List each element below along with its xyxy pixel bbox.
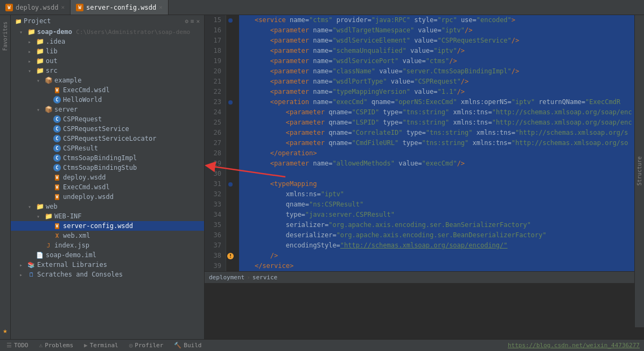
gutter-17 [226, 36, 235, 46]
CtmsSoapBindingImpl-icon: C [53, 154, 61, 162]
sidebar-collapse-icon[interactable]: ≡ [191, 18, 194, 25]
problems-icon: ⚠ [39, 342, 43, 349]
code-line-27: <parameter qname="CmdFileURL" type="tns:… [239, 138, 644, 148]
tab-deploy[interactable]: W deploy.wsdd ✕ [0, 0, 71, 15]
code-line-17: <parameter name="wsdlServiceElement" val… [239, 36, 644, 46]
tree-item-CSPRequest[interactable]: C CSPRequest [11, 114, 204, 124]
status-problems[interactable]: ⚠ Problems [37, 342, 76, 349]
tree-item-deploy-wsdd[interactable]: W deploy.wsdd [11, 173, 204, 182]
gutter-29 [226, 159, 235, 169]
tree-item-undeploy[interactable]: W undeploy.wsdd [11, 192, 204, 202]
breadcrumb-service[interactable]: service [253, 274, 277, 281]
code-line-35: serializer="org.apache.axis.encoding.ser… [239, 220, 644, 230]
tab-deploy-close[interactable]: ✕ [61, 4, 65, 11]
code-line-34: type="java:server.CSPResult" [239, 210, 644, 220]
breadcrumb-deployment[interactable]: deployment [209, 274, 244, 281]
ExecCmd-wsdl-label: ExecCmd.wsdl [63, 86, 110, 94]
soap-demo-label: soap-demo C:\Users\Administrator\soap-de… [37, 28, 190, 36]
tree-item-ext-libraries[interactable]: ▸ 📚 External Libraries [11, 260, 204, 270]
tree-item-soap-iml[interactable]: 📄 soap-demo.iml [11, 250, 204, 260]
gutter-19 [226, 56, 235, 66]
expand-ext[interactable]: ▸ [19, 262, 27, 268]
tab-server-config-close[interactable]: ✕ [159, 4, 163, 11]
status-todo[interactable]: ☰ TODO [4, 342, 31, 349]
line-numbers: 15 16 17 18 19 20 21 22 23 24 25 26 27 2… [205, 15, 226, 271]
tree-item-server[interactable]: ▾ 📦 server [11, 105, 204, 114]
code-line-19: <parameter name="wsdlServicePort" value=… [239, 56, 644, 66]
server-config-wsdd-icon: W [76, 4, 83, 11]
server-package-icon: 📦 [44, 105, 53, 114]
expand-out[interactable]: ▸ [28, 58, 36, 64]
deploy-wsdd-icon: W [5, 4, 13, 11]
favorites-bar[interactable]: Favorites ★ [0, 15, 11, 339]
ext-libraries-icon: 📚 [27, 260, 36, 269]
tree-item-out[interactable]: ▸ 📁 out [11, 56, 204, 66]
expand-WEB-INF[interactable]: ▾ [37, 214, 44, 219]
tree-item-idea[interactable]: ▸ 📁 .idea [11, 37, 204, 46]
undeploy-icon: W [53, 192, 61, 201]
tree-item-scratches[interactable]: ▸ 🗒 Scratches and Consoles [11, 270, 204, 279]
status-terminal[interactable]: ▶ Terminal [82, 342, 121, 349]
tree-item-server-config-wsdd[interactable]: W server-config.wsdd [11, 221, 204, 231]
soap-iml-label: soap-demo.iml [46, 251, 96, 259]
status-profiler[interactable]: ◎ Profiler [127, 342, 166, 349]
status-build[interactable]: 🔨 Build [172, 342, 204, 349]
sidebar-settings-icon[interactable]: ⚙ [185, 18, 188, 25]
src-folder-icon: 📁 [36, 66, 44, 75]
tree-item-CtmsSoapBindingStub[interactable]: C CtmsSoapBindingStub [11, 163, 204, 173]
profiler-icon: ◎ [129, 342, 133, 349]
code-content[interactable]: <service name="ctms" provider="java:RPC"… [235, 15, 644, 271]
web-label: web [46, 203, 58, 210]
todo-label: TODO [14, 342, 29, 349]
tree-item-CSPResult[interactable]: C CSPResult [11, 143, 204, 153]
expand-scratches[interactable]: ▸ [19, 272, 27, 278]
CSPResult-label: CSPResult [63, 144, 98, 152]
status-url[interactable]: https://blog.csdn.net/weixin_44736277 [508, 342, 640, 349]
tree-item-CSPRequestService[interactable]: C CSPRequestService [11, 124, 204, 134]
tree-item-soap-demo[interactable]: ▾ 📁 soap-demo C:\Users\Administrator\soa… [11, 27, 204, 37]
gutter-28 [226, 148, 235, 159]
lib-label: lib [46, 47, 58, 55]
tree-item-example[interactable]: ▾ 📦 example [11, 75, 204, 85]
expand-lib[interactable]: ▸ [28, 49, 36, 54]
editor-wrapper: 15 16 17 18 19 20 21 22 23 24 25 26 27 2… [205, 15, 644, 339]
sidebar-close-icon[interactable]: ✕ [196, 18, 200, 25]
gutter-26 [226, 128, 235, 138]
HelloWorld-icon: C [53, 95, 61, 104]
ext-libraries-label: External Libraries [37, 261, 107, 269]
expand-server[interactable]: ▾ [37, 107, 44, 113]
code-area[interactable]: 15 16 17 18 19 20 21 22 23 24 25 26 27 2… [205, 15, 644, 271]
expand-web[interactable]: ▾ [28, 204, 36, 210]
out-label: out [46, 57, 58, 65]
gutter-dot-23 [228, 100, 233, 105]
structure-sidebar[interactable]: Structure [634, 15, 644, 327]
WEB-INF-label: WEB-INF [54, 212, 82, 220]
tree-item-WEB-INF[interactable]: ▾ 📁 WEB-INF [11, 211, 204, 221]
gutter-39 [226, 261, 235, 271]
CSPRequestService-icon: C [53, 125, 61, 133]
expand-idea[interactable]: ▸ [28, 39, 36, 45]
example-label: example [54, 77, 82, 84]
expand-src[interactable]: ▾ [28, 68, 36, 74]
tab-server-config-label: server-config.wsdd [86, 4, 156, 11]
warning-dot-38: ! [227, 253, 234, 259]
WEB-INF-folder-icon: 📁 [44, 212, 53, 221]
tree-item-web-xml[interactable]: X web.xml [11, 231, 204, 240]
code-line-39: </service> [239, 261, 644, 271]
tree-item-lib[interactable]: ▸ 📁 lib [11, 46, 204, 56]
tree-item-web[interactable]: ▾ 📁 web [11, 202, 204, 211]
CSPRequestService-label: CSPRequestService [63, 125, 129, 133]
tree-item-index-jsp[interactable]: J index.jsp [11, 240, 204, 250]
gutter-16 [226, 25, 235, 36]
tree-item-CtmsSoapBindingImpl[interactable]: C CtmsSoapBindingImpl [11, 153, 204, 163]
tree-item-CSPRequestServiceLocator[interactable]: C CSPRequestServiceLocator [11, 134, 204, 143]
tree-item-ExecCmd-wsdl[interactable]: W ExecCmd.wsdl [11, 85, 204, 95]
expand-example[interactable]: ▾ [37, 78, 44, 84]
project-sidebar: 📁 Project ⚙ ≡ ✕ ▾ 📁 soap-demo C:\Users\A… [11, 15, 205, 339]
tree-item-src[interactable]: ▾ 📁 src [11, 66, 204, 75]
tree-item-HelloWorld[interactable]: C HelloWorld [11, 95, 204, 105]
tree-item-ExecCmd-wsdl2[interactable]: W ExecCmd.wsdl [11, 182, 204, 192]
expand-soap-demo[interactable]: ▾ [19, 29, 27, 35]
index-jsp-icon: J [44, 241, 53, 250]
tab-server-config[interactable]: W server-config.wsdd ✕ [71, 0, 169, 15]
